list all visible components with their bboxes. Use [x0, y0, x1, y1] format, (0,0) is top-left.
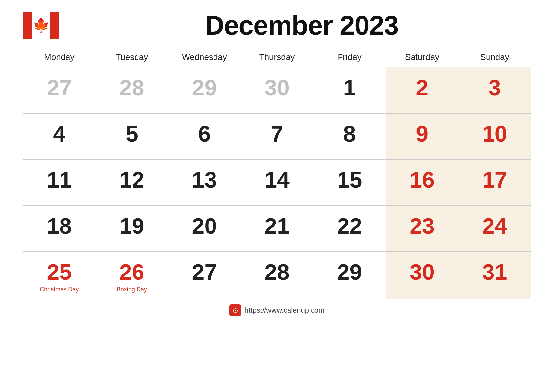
flag-right-stripe: [50, 12, 59, 39]
calendar-cell-31-4: 31: [458, 251, 531, 299]
day-number: 16: [410, 167, 435, 192]
day-number: 21: [264, 213, 290, 238]
week-row-4: 18192021222324: [23, 205, 531, 251]
header: 🍁 December 2023: [23, 10, 531, 41]
calendar-cell-11-2: 11: [23, 159, 96, 205]
flag-left-stripe: [23, 12, 32, 39]
calendar-cell-21-3: 21: [241, 205, 314, 251]
canada-flag: 🍁: [23, 12, 59, 39]
calendar-header: MondayTuesdayWednesdayThursdayFridaySatu…: [23, 47, 531, 67]
calendar-cell-24-3: 24: [458, 205, 531, 251]
calendar-cell-8-1: 8: [313, 113, 386, 159]
calendar-cell-2-0: 2: [386, 67, 459, 113]
calendar-cell-27-4: 27: [168, 251, 241, 299]
calendar-cell-17-2: 17: [458, 159, 531, 205]
day-number: 10: [482, 121, 507, 146]
day-number: 19: [119, 213, 144, 238]
day-number: 23: [410, 213, 435, 238]
day-number: 28: [119, 75, 144, 100]
calendar-cell-13-2: 13: [168, 159, 241, 205]
day-number: 7: [271, 121, 283, 146]
day-number: 26: [119, 259, 144, 284]
calendar-cell-7-1: 7: [241, 113, 314, 159]
calendar-cell-12-2: 12: [96, 159, 168, 205]
calendar-cell-30-0: 30: [241, 67, 314, 113]
calendar-cell-27-0: 27: [23, 67, 96, 113]
calendar-cell-5-1: 5: [96, 113, 168, 159]
day-header-saturday: Saturday: [386, 47, 459, 67]
day-number: 31: [482, 259, 507, 284]
day-number: 29: [192, 75, 217, 100]
day-number: 20: [192, 213, 217, 238]
day-number: 18: [47, 213, 72, 238]
day-header-sunday: Sunday: [458, 47, 531, 67]
calendar-cell-1-0: 1: [313, 67, 386, 113]
calendar-cell-20-3: 20: [168, 205, 241, 251]
day-number: 13: [192, 167, 217, 192]
day-number: 5: [126, 121, 138, 146]
week-row-3: 11121314151617: [23, 159, 531, 205]
calendar-cell-10-1: 10: [458, 113, 531, 159]
day-number: 17: [482, 167, 507, 192]
calendar-cell-25-4: 25Christmas Day: [23, 251, 96, 299]
calendar-cell-9-1: 9: [386, 113, 459, 159]
calendar-cell-16-2: 16: [386, 159, 459, 205]
day-number: 2: [416, 75, 428, 100]
flag-center: 🍁: [32, 12, 50, 39]
day-header-monday: Monday: [23, 47, 96, 67]
calendar-cell-29-4: 29: [313, 251, 386, 299]
day-number: 24: [482, 213, 507, 238]
day-number: 15: [337, 167, 362, 192]
day-number: 22: [337, 213, 362, 238]
day-header-thursday: Thursday: [241, 47, 314, 67]
week-row-1: 27282930123: [23, 67, 531, 113]
day-header-friday: Friday: [313, 47, 386, 67]
day-number: 4: [53, 121, 65, 146]
maple-leaf-icon: 🍁: [33, 18, 50, 32]
day-number: 27: [47, 75, 72, 100]
day-header-tuesday: Tuesday: [96, 47, 168, 67]
calendar-body: 2728293012345678910111213141516171819202…: [23, 67, 531, 299]
calendar-cell-18-3: 18: [23, 205, 96, 251]
calendar-cell-22-3: 22: [313, 205, 386, 251]
calendar-cell-28-4: 28: [241, 251, 314, 299]
day-number: 12: [119, 167, 144, 192]
footer: ⊙ https://www.calenup.com: [23, 304, 531, 316]
calendar-cell-29-0: 29: [168, 67, 241, 113]
month-title: December 2023: [72, 10, 531, 41]
day-number: 25: [47, 259, 72, 284]
calendar-cell-15-2: 15: [313, 159, 386, 205]
day-number: 3: [489, 75, 501, 100]
calendar-cell-19-3: 19: [96, 205, 168, 251]
day-number: 28: [264, 259, 290, 284]
day-header-wednesday: Wednesday: [168, 47, 241, 67]
calendar-cell-4-1: 4: [23, 113, 96, 159]
day-number: 27: [192, 259, 217, 284]
week-row-5: 25Christmas Day26Boxing Day2728293031: [23, 251, 531, 299]
day-number: 29: [337, 259, 362, 284]
calendar-cell-3-0: 3: [458, 67, 531, 113]
day-number: 6: [198, 121, 211, 146]
calendar-cell-14-2: 14: [241, 159, 314, 205]
day-number: 30: [410, 259, 435, 284]
day-number: 1: [343, 75, 356, 100]
calendar-cell-23-3: 23: [386, 205, 459, 251]
day-number: 9: [416, 121, 428, 146]
day-number: 14: [264, 167, 290, 192]
day-number: 30: [264, 75, 290, 100]
calendar-page: 🍁 December 2023 MondayTuesdayWednesdayTh…: [16, 0, 538, 323]
calendar-cell-28-0: 28: [96, 67, 168, 113]
calendar-cell-30-4: 30: [386, 251, 459, 299]
flag-container: 🍁: [23, 12, 59, 39]
calendar-cell-26-4: 26Boxing Day: [96, 251, 168, 299]
holiday-label: Boxing Day: [100, 286, 164, 293]
holiday-label: Christmas Day: [28, 286, 91, 293]
calendar-cell-6-1: 6: [168, 113, 241, 159]
footer-url: https://www.calenup.com: [244, 306, 324, 315]
day-number: 11: [47, 167, 72, 192]
calenup-icon: ⊙: [229, 304, 241, 316]
calendar-table: MondayTuesdayWednesdayThursdayFridaySatu…: [23, 47, 531, 299]
week-row-2: 45678910: [23, 113, 531, 159]
day-number: 8: [343, 121, 356, 146]
days-header-row: MondayTuesdayWednesdayThursdayFridaySatu…: [23, 47, 531, 67]
